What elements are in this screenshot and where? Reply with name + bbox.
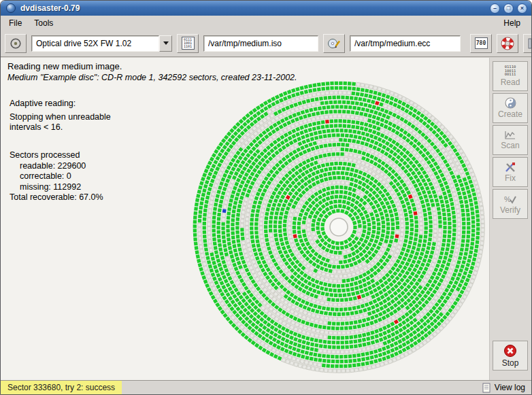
menu-file[interactable]: File [3, 16, 28, 30]
verify-label: Verify [500, 205, 520, 215]
ecc-file-input[interactable] [350, 35, 461, 52]
drive-combo-value-box: Optical drive 52X FW 1.02 [31, 35, 159, 52]
read-label: Read [501, 78, 520, 87]
create-button[interactable]: Create [493, 93, 528, 123]
binary-line: 1101 [184, 45, 192, 48]
action-sidebar: 01110 10011 00111 Read Create [489, 58, 531, 380]
stopping-line-2: intervals < 16. [10, 122, 111, 133]
menu-help[interactable]: Help [497, 16, 527, 30]
reading-spiral [188, 77, 489, 377]
main-area: Reading new medium image. Medium "Exampl… [1, 58, 531, 380]
lifebelt-icon [501, 37, 514, 50]
read-icon-line: 00111 [505, 73, 516, 77]
minimize-button[interactable]: – [490, 3, 500, 14]
stop-label: Stop [502, 358, 519, 368]
drive-select-button[interactable] [5, 34, 27, 53]
image-file-button[interactable]: 0111 1001 1101 [177, 34, 199, 53]
menubar: File Tools Help [1, 16, 531, 30]
maximize-button[interactable]: □ [503, 3, 514, 14]
read-icon: 01110 10011 00111 [505, 65, 516, 77]
view-log-label: View log [495, 383, 525, 392]
total-recoverable: Total recoverable: 67.0% [10, 192, 103, 203]
sectors-processed-title: Sectors processed [10, 150, 103, 161]
app-window: dvdisaster-0.79 – □ × File Tools Help Op… [0, 0, 532, 395]
drive-combo-value: Optical drive 52X FW 1.02 [36, 39, 131, 48]
verify-check-icon: % [504, 194, 516, 205]
titlebar[interactable]: dvdisaster-0.79 – □ × [1, 1, 531, 16]
close-button[interactable]: × [517, 3, 527, 14]
log-page-icon [482, 383, 491, 393]
toolbar: Optical drive 52X FW 1.02 0111 1001 1101 [1, 30, 531, 57]
fix-tools-icon [504, 162, 516, 173]
read-button[interactable]: 01110 10011 00111 Read [493, 61, 528, 91]
window-title: dvdisaster-0.79 [20, 3, 486, 13]
create-label: Create [498, 109, 522, 119]
adaptive-reading-block: Adaptive reading: Stopping when unreadab… [10, 99, 111, 133]
sectors-processed-block: Sectors processed readable: 229600 corre… [10, 150, 103, 203]
preferences-button[interactable]: 780 [470, 34, 492, 53]
create-yinyang-icon [505, 97, 516, 109]
svg-text:%: % [504, 195, 511, 203]
scan-button[interactable]: Scan [493, 125, 528, 155]
fix-label: Fix [505, 173, 516, 183]
view-log-button[interactable]: View log [476, 383, 531, 393]
help-button[interactable] [497, 34, 518, 53]
image-file-input[interactable] [203, 35, 318, 52]
statusbar: Sector 333680, try 2: success View log [1, 380, 531, 394]
preferences-icon-text: 780 [476, 40, 486, 46]
preferences-icon: 780 [475, 37, 488, 49]
verify-button[interactable]: % Verify [493, 189, 528, 219]
drive-combo-arrow-button[interactable] [159, 35, 172, 52]
drive-icon [10, 37, 22, 50]
stop-button[interactable]: Stop [493, 341, 528, 371]
ecc-file-button[interactable] [323, 34, 345, 53]
app-icon [6, 3, 16, 13]
sectors-readable: readable: 229600 [10, 161, 103, 172]
quit-arrow-icon [527, 37, 532, 50]
drive-combo[interactable]: Optical drive 52X FW 1.02 [31, 35, 172, 52]
status-message: Sector 333680, try 2: success [1, 381, 122, 394]
fix-button[interactable]: Fix [493, 157, 528, 187]
ecc-file-icon [327, 37, 341, 50]
scan-label: Scan [501, 141, 519, 150]
quit-button[interactable] [523, 34, 532, 53]
status-heading: Reading new medium image. [7, 61, 122, 71]
stopping-line-1: Stopping when unreadable [10, 112, 111, 123]
adaptive-reading-title: Adaptive reading: [10, 99, 111, 109]
sectors-missing: missing: 112992 [10, 182, 103, 193]
stop-icon [503, 344, 517, 358]
chevron-down-icon [163, 41, 169, 45]
menu-tools[interactable]: Tools [28, 16, 59, 30]
image-file-icon: 0111 1001 1101 [182, 37, 195, 50]
scan-chart-icon [504, 131, 516, 140]
sectors-correctable: correctable: 0 [10, 171, 103, 182]
